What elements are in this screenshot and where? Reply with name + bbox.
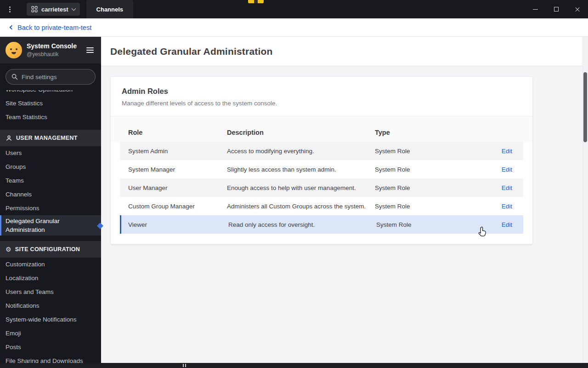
edit-link[interactable]: Edit	[502, 221, 512, 228]
role-cell: Custom Group Manager	[120, 203, 227, 210]
app-menu-button[interactable]	[0, 0, 19, 18]
edit-link[interactable]: Edit	[502, 166, 512, 173]
user-avatar[interactable]	[6, 42, 22, 58]
column-header-type: Type	[375, 129, 523, 136]
card-description: Manage different levels of access to the…	[122, 100, 521, 107]
back-link[interactable]: Back to private-team-test	[17, 24, 91, 31]
type-cell: System Role	[375, 184, 477, 191]
mouse-cursor-hand	[477, 226, 488, 240]
sidebar-item-groups[interactable]: Groups	[0, 160, 101, 174]
gear-icon: ⚙	[6, 246, 11, 253]
card-header: Admin Roles Manage different levels of a…	[111, 77, 532, 116]
taskbar-icon	[183, 364, 184, 367]
sidebar-item-permissions[interactable]: Permissions	[0, 201, 101, 215]
chevron-down-icon	[71, 6, 76, 11]
server-selector-button[interactable]: carrietest	[27, 3, 80, 16]
sidebar-item-channels[interactable]: Channels	[0, 188, 101, 201]
table-row: System Admin Access to modifying everyth…	[120, 142, 523, 160]
role-cell: Viewer	[121, 221, 228, 228]
close-icon	[575, 6, 580, 12]
search-input[interactable]: Find settings	[6, 69, 96, 85]
role-cell: System Admin	[120, 148, 227, 155]
search-icon	[11, 74, 18, 80]
sidebar-item-users[interactable]: Users	[0, 146, 101, 160]
section-user-management: USER MANAGEMENT	[0, 130, 101, 146]
table-row: User Manager Enough access to help with …	[120, 178, 523, 197]
system-console-sidebar: System Console @yesbhautik Find settings…	[0, 37, 101, 368]
sidebar-item-localization[interactable]: Localization	[0, 271, 101, 285]
description-cell: Access to modifying everything.	[227, 148, 375, 155]
type-cell: System Role	[375, 166, 477, 173]
console-title: System Console	[27, 42, 77, 51]
card-title: Admin Roles	[122, 87, 521, 96]
table-row-highlighted: Viewer Read only access for oversight. S…	[120, 215, 523, 234]
server-name: carrietest	[41, 6, 68, 13]
table-row: System Manager Slightly less access than…	[120, 160, 523, 178]
sidebar-item-emoji[interactable]: Emoji	[0, 327, 101, 340]
background-window-sliver	[248, 0, 264, 3]
role-cell: User Manager	[120, 184, 227, 191]
table-row: Custom Group Manager Administers all Cus…	[120, 197, 523, 215]
page-title: Delegated Granular Administration	[110, 46, 273, 57]
active-item-label: Delegated Granular Administration	[6, 217, 74, 234]
back-bar: Back to private-team-test	[0, 18, 588, 37]
grid-icon	[31, 6, 38, 12]
window-controls	[525, 0, 588, 18]
console-username: @yesbhautik	[27, 51, 77, 58]
column-header-description: Description	[227, 129, 375, 136]
close-button[interactable]	[567, 0, 588, 18]
section-label: USER MANAGEMENT	[16, 135, 78, 141]
type-cell: System Role	[376, 221, 477, 228]
tab-label: Channels	[96, 6, 124, 13]
edit-link[interactable]: Edit	[502, 148, 512, 155]
description-cell: Administers all Custom Groups across the…	[227, 203, 375, 210]
minimize-icon	[533, 9, 538, 10]
type-cell: System Role	[375, 203, 477, 210]
maximize-icon	[554, 7, 559, 12]
taskbar-sliver	[0, 363, 588, 368]
sidebar-search-wrap: Find settings	[0, 63, 101, 90]
chevron-left-icon	[10, 25, 14, 30]
description-cell: Read only access for oversight.	[228, 221, 376, 228]
minimize-button[interactable]	[525, 0, 546, 18]
table-body: System Admin Access to modifying everyth…	[120, 142, 523, 234]
edit-link[interactable]: Edit	[502, 184, 512, 191]
sidebar-item-teams[interactable]: Teams	[0, 174, 101, 188]
scrollbar-thumb[interactable]	[583, 72, 587, 142]
edit-link[interactable]: Edit	[502, 203, 512, 210]
sidebar-item-users-and-teams[interactable]: Users and Teams	[0, 285, 101, 299]
search-placeholder: Find settings	[22, 74, 57, 80]
main-content: Delegated Granular Administration Admin …	[101, 37, 588, 368]
titlebar: carrietest Channels	[0, 0, 588, 18]
sidebar-item-notifications[interactable]: Notifications	[0, 299, 101, 313]
kebab-menu-icon	[9, 9, 11, 10]
page-header: Delegated Granular Administration	[101, 37, 588, 66]
sidebar-item-system-wide-notifications[interactable]: System-wide Notifications	[0, 313, 101, 327]
tab-channels[interactable]: Channels	[86, 0, 134, 18]
sidebar-header: System Console @yesbhautik	[0, 37, 101, 63]
type-cell: System Role	[375, 148, 477, 155]
admin-roles-card: Admin Roles Manage different levels of a…	[110, 76, 533, 244]
sidebar-titles: System Console @yesbhautik	[27, 42, 77, 58]
sidebar-item-delegated-granular-administration[interactable]: Delegated Granular Administration	[0, 215, 101, 236]
description-cell: Slightly less access than system admin.	[227, 166, 375, 173]
column-header-role: Role	[120, 129, 227, 136]
section-site-configuration: ⚙ SITE CONFIGURATION	[0, 241, 101, 258]
section-label: SITE CONFIGURATION	[15, 246, 80, 253]
sidebar-item-site-statistics[interactable]: Site Statistics	[0, 97, 101, 110]
users-icon	[6, 135, 12, 142]
sidebar-item-team-statistics[interactable]: Team Statistics	[0, 110, 101, 124]
role-cell: System Manager	[120, 166, 227, 173]
table-header-row: Role Description Type	[111, 116, 532, 142]
sidebar-item-posts[interactable]: Posts	[0, 340, 101, 354]
menu-icon[interactable]	[85, 46, 96, 55]
description-cell: Enough access to help with user manageme…	[227, 184, 375, 191]
scrollbar-track[interactable]	[582, 37, 588, 368]
maximize-button[interactable]	[546, 0, 567, 18]
sidebar-item-customization[interactable]: Customization	[0, 258, 101, 271]
sidebar-nav: Workspace Optimization Site Statistics T…	[0, 83, 101, 368]
